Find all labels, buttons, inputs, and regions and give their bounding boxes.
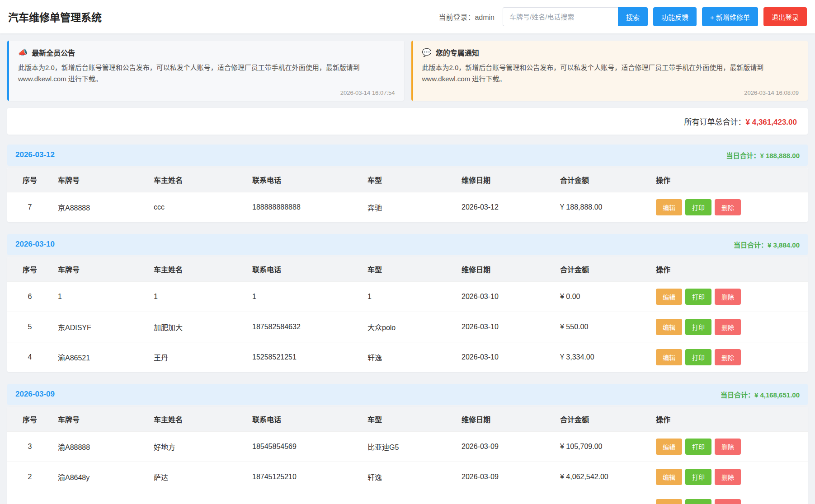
row-actions: 编辑打印删除: [650, 312, 808, 342]
edit-button[interactable]: 编辑: [656, 439, 682, 455]
edit-button[interactable]: 编辑: [656, 499, 682, 504]
table-cell: 15258521251: [247, 342, 362, 372]
delete-button[interactable]: 删除: [715, 199, 741, 215]
table-header-row: 序号车牌号车主姓名联系电话车型维修日期合计金额操作: [7, 407, 808, 432]
orders-table: 序号车牌号车主姓名联系电话车型维修日期合计金额操作 7京A88888ccc188…: [7, 168, 808, 222]
print-button[interactable]: 打印: [685, 439, 711, 455]
announcement-body: 此版本为2.0，新增后台账号管理和公告发布，可以私发个人账号，适合修理厂员工带手…: [18, 62, 395, 85]
edit-button[interactable]: 编辑: [656, 469, 682, 485]
delete-button[interactable]: 删除: [715, 319, 741, 335]
column-header: 联系电话: [247, 407, 362, 432]
column-header: 车主姓名: [148, 168, 247, 192]
table-cell: 1: [148, 281, 247, 312]
delete-button[interactable]: 删除: [715, 499, 741, 504]
search-group: 搜索: [503, 7, 648, 26]
column-header: 联系电话: [247, 168, 362, 192]
section-header: 2026-03-10 当日合计：¥ 3,884.00: [7, 234, 808, 255]
table-cell: 渝A86521: [52, 342, 148, 372]
announcement-title: 最新全员公告: [32, 47, 75, 58]
delete-button[interactable]: 删除: [715, 289, 741, 305]
app-header: 汽车维修单管理系统 当前登录：admin 搜索 功能反馈 + 新增维修单 退出登…: [0, 0, 815, 33]
column-header: 维修日期: [456, 257, 555, 282]
table-cell: 渝A88888: [52, 431, 148, 462]
row-actions: 编辑打印删除: [650, 462, 808, 492]
row-actions: 编辑打印删除: [650, 492, 808, 504]
table-cell: 187582584632: [247, 312, 362, 342]
feedback-button[interactable]: 功能反馈: [653, 7, 697, 26]
announcement-timestamp: 2026-03-14 16:07:54: [18, 89, 395, 96]
table-cell: 2026-03-10: [456, 281, 555, 312]
table-header-row: 序号车牌号车主姓名联系电话车型维修日期合计金额操作: [7, 257, 808, 282]
column-header: 联系电话: [247, 257, 362, 282]
add-repair-order-button[interactable]: + 新增维修单: [702, 7, 758, 26]
print-button[interactable]: 打印: [685, 469, 711, 485]
table-row: 7京A88888ccc188888888888奔驰2026-03-12¥ 188…: [7, 192, 808, 222]
table-cell: 1: [52, 281, 148, 312]
table-row: 4渝A86521王丹15258521251轩逸2026-03-10¥ 3,334…: [7, 342, 808, 372]
orders-total-label: 所有订单总合计：: [684, 118, 746, 126]
print-button[interactable]: 打印: [685, 199, 711, 215]
table-cell: ¥ 400.00: [555, 492, 650, 504]
delete-button[interactable]: 删除: [715, 349, 741, 365]
search-input[interactable]: [503, 7, 618, 26]
row-actions: 编辑打印删除: [650, 431, 808, 462]
megaphone-icon: 📣: [18, 48, 28, 57]
orders-table: 序号车牌号车主姓名联系电话车型维修日期合计金额操作 3渝A88888好地方185…: [7, 407, 808, 504]
table-cell: 1: [7, 492, 52, 504]
table-cell: 1: [362, 281, 456, 312]
daily-total: 当日合计：¥ 4,168,651.00: [721, 390, 800, 399]
row-actions: 编辑打印删除: [650, 192, 808, 222]
header-actions: 当前登录：admin 搜索 功能反馈 + 新增维修单 退出登录: [438, 7, 807, 26]
section-date: 2026-03-12: [15, 150, 55, 159]
edit-button[interactable]: 编辑: [656, 289, 682, 305]
column-header: 序号: [7, 407, 52, 432]
edit-button[interactable]: 编辑: [656, 199, 682, 215]
table-cell: 2026-03-09: [456, 492, 555, 504]
table-row: 5东ADISYF加肥加大187582584632大众polo2026-03-10…: [7, 312, 808, 342]
column-header: 合计金额: [555, 168, 650, 192]
table-cell: 1: [247, 281, 362, 312]
print-button[interactable]: 打印: [685, 319, 711, 335]
column-header: 车型: [362, 407, 456, 432]
app-title: 汽车维修单管理系统: [8, 9, 102, 24]
orders-table: 序号车牌号车主姓名联系电话车型维修日期合计金额操作 611112026-03-1…: [7, 257, 808, 372]
table-cell: 2026-03-10: [456, 342, 555, 372]
table-cell: 轩逸: [362, 342, 456, 372]
date-section: 2026-03-12 当日合计：¥ 188,888.00 序号车牌号车主姓名联系…: [7, 145, 808, 222]
table-cell: ¥ 550.00: [555, 312, 650, 342]
section-date: 2026-03-09: [15, 390, 55, 399]
edit-button[interactable]: 编辑: [656, 319, 682, 335]
orders-table-card: 序号车牌号车主姓名联系电话车型维修日期合计金额操作 7京A88888ccc188…: [7, 168, 808, 222]
column-header: 合计金额: [555, 257, 650, 282]
table-cell: ¥ 0.00: [555, 281, 650, 312]
delete-button[interactable]: 删除: [715, 469, 741, 485]
table-cell: 7: [7, 192, 52, 222]
search-button[interactable]: 搜索: [618, 7, 648, 26]
table-cell: 王丹: [148, 342, 247, 372]
daily-total: 当日合计：¥ 188,888.00: [726, 150, 800, 160]
logout-button[interactable]: 退出登录: [763, 7, 807, 26]
column-header: 车牌号: [52, 257, 148, 282]
column-header: 序号: [7, 168, 52, 192]
delete-button[interactable]: 删除: [715, 439, 741, 455]
print-button[interactable]: 打印: [685, 289, 711, 305]
table-cell: 渝A8648y: [52, 462, 148, 492]
order-sections: 2026-03-12 当日合计：¥ 188,888.00 序号车牌号车主姓名联系…: [0, 145, 815, 504]
table-cell: 加肥加大: [148, 312, 247, 342]
daily-total: 当日合计：¥ 3,884.00: [734, 240, 800, 249]
table-cell: 2026-03-12: [456, 192, 555, 222]
current-login-username: admin: [475, 14, 495, 21]
edit-button[interactable]: 编辑: [656, 349, 682, 365]
announcement-card: 📣 最新全员公告 此版本为2.0，新增后台账号管理和公告发布，可以私发个人账号，…: [7, 41, 404, 101]
table-cell: 18745125210: [247, 462, 362, 492]
section-date: 2026-03-10: [15, 240, 55, 249]
print-button[interactable]: 打印: [685, 499, 711, 504]
table-cell: 4: [7, 342, 52, 372]
personal-notice-title-row: 💬 您的专属通知: [422, 47, 799, 58]
print-button[interactable]: 打印: [685, 349, 711, 365]
column-header: 车牌号: [52, 168, 148, 192]
table-cell: 萨达: [148, 462, 247, 492]
section-header: 2026-03-09 当日合计：¥ 4,168,651.00: [7, 384, 808, 405]
table-cell: 比亚迪G5: [362, 431, 456, 462]
row-actions: 编辑打印删除: [650, 281, 808, 312]
